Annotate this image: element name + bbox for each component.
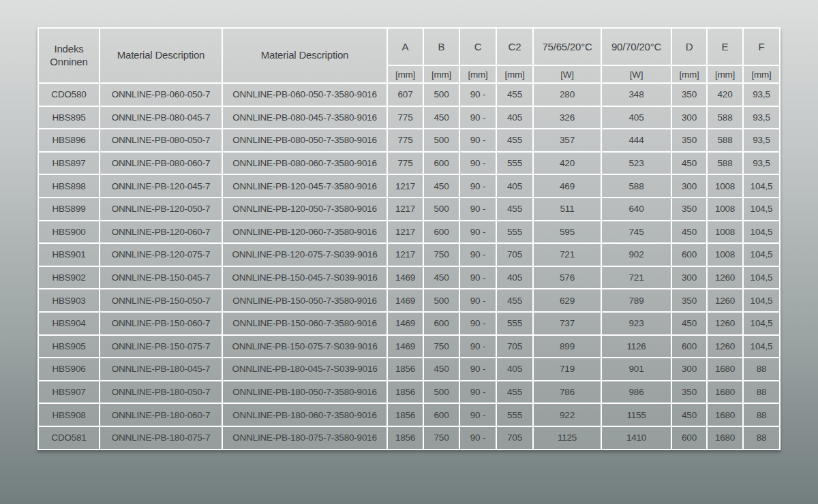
table-row: HBS897ONNLINE-PB-080-060-7ONNLINE-PB-080… [38, 152, 780, 175]
cell-dim-a: 1469 [387, 289, 423, 312]
cell-dim-e: 588 [707, 106, 743, 129]
cell-dim-d: 300 [671, 358, 707, 381]
cell-indeks: HBS895 [38, 106, 100, 129]
cell-dim-c: 90 - [459, 358, 496, 381]
cell-dim-a: 1469 [387, 266, 423, 289]
table-row: HBS908ONNLINE-PB-180-060-7ONNLINE-PB-180… [38, 403, 780, 426]
cell-indeks: HBS898 [38, 174, 100, 198]
cell-power-75-65-20: 357 [533, 129, 601, 152]
cell-material-full: ONNLINE-PB-120-075-7-S039-9016 [222, 243, 387, 266]
cell-dim-e: 1680 [707, 381, 743, 404]
cell-indeks: HBS899 [38, 198, 100, 221]
cell-dim-d: 450 [671, 312, 707, 335]
cell-power-75-65-20: 721 [533, 243, 601, 266]
col-header-f: F [743, 28, 780, 65]
cell-power-90-70-20: 640 [601, 198, 671, 221]
cell-dim-f: 104,5 [743, 243, 780, 266]
cell-dim-e: 1008 [707, 198, 743, 221]
cell-power-75-65-20: 280 [533, 83, 601, 106]
cell-dim-e: 1008 [707, 221, 743, 244]
cell-dim-a: 1856 [387, 426, 423, 450]
cell-dim-b: 600 [423, 403, 459, 426]
cell-power-90-70-20: 789 [601, 289, 671, 312]
cell-dim-c: 90 - [459, 152, 496, 175]
cell-dim-e: 1260 [707, 335, 743, 358]
cell-dim-c2: 705 [496, 335, 533, 358]
cell-dim-f: 88 [743, 381, 780, 404]
cell-dim-c2: 455 [496, 289, 533, 312]
cell-dim-d: 350 [671, 289, 707, 312]
cell-indeks: HBS904 [38, 312, 100, 335]
cell-dim-a: 1856 [387, 403, 423, 426]
cell-material-full: ONNLINE-PB-080-050-7-3580-9016 [222, 129, 387, 152]
cell-material-full: ONNLINE-PB-080-045-7-3580-9016 [222, 106, 387, 129]
cell-material-short: ONNLINE-PB-120-045-7 [100, 174, 222, 198]
unit-a: [mm] [387, 65, 423, 83]
cell-dim-d: 350 [671, 83, 707, 106]
cell-power-90-70-20: 444 [601, 129, 671, 152]
cell-dim-c: 90 - [459, 129, 496, 152]
cell-dim-b: 500 [423, 289, 459, 312]
cell-dim-e: 420 [707, 83, 743, 106]
cell-dim-c: 90 - [459, 289, 496, 312]
cell-dim-c2: 455 [496, 381, 533, 404]
cell-dim-f: 104,5 [743, 289, 780, 312]
cell-power-90-70-20: 405 [601, 106, 671, 129]
cell-dim-e: 588 [707, 129, 743, 152]
cell-dim-b: 500 [423, 198, 459, 221]
cell-dim-a: 1217 [387, 221, 423, 244]
table-row: HBS895ONNLINE-PB-080-045-7ONNLINE-PB-080… [38, 106, 780, 129]
unit-f: [mm] [743, 65, 780, 83]
cell-dim-c2: 555 [496, 221, 533, 244]
cell-dim-d: 450 [671, 221, 707, 244]
cell-power-75-65-20: 719 [533, 358, 601, 381]
cell-dim-c: 90 - [459, 106, 496, 129]
cell-dim-c2: 455 [496, 129, 533, 152]
cell-dim-f: 104,5 [743, 221, 780, 244]
cell-dim-c: 90 - [459, 426, 496, 450]
cell-material-full: ONNLINE-PB-180-050-7-3580-9016 [222, 381, 387, 404]
cell-power-75-65-20: 786 [533, 381, 601, 404]
table-row: HBS905ONNLINE-PB-150-075-7ONNLINE-PB-150… [38, 335, 780, 358]
cell-dim-d: 300 [671, 106, 707, 129]
col-header-a: A [387, 28, 423, 65]
cell-power-90-70-20: 523 [601, 152, 671, 175]
col-header-c2: C2 [496, 28, 533, 65]
cell-dim-c: 90 - [459, 198, 496, 221]
cell-material-short: ONNLINE-PB-150-045-7 [100, 266, 222, 289]
cell-dim-d: 450 [671, 403, 707, 426]
cell-material-full: ONNLINE-PB-180-060-7-3580-9016 [222, 403, 387, 426]
unit-c: [mm] [459, 65, 496, 83]
table-row: CDO580ONNLINE-PB-060-050-7ONNLINE-PB-060… [38, 83, 780, 106]
cell-power-90-70-20: 745 [601, 221, 671, 244]
cell-power-75-65-20: 922 [533, 403, 601, 426]
cell-dim-d: 350 [671, 129, 707, 152]
cell-dim-c: 90 - [459, 266, 496, 289]
cell-dim-e: 1008 [707, 174, 743, 198]
cell-dim-a: 775 [387, 106, 423, 129]
cell-dim-b: 600 [423, 152, 459, 175]
cell-material-full: ONNLINE-PB-080-060-7-3580-9016 [222, 152, 387, 175]
cell-power-90-70-20: 1126 [601, 335, 671, 358]
cell-dim-b: 450 [423, 358, 459, 381]
cell-dim-f: 104,5 [743, 266, 780, 289]
cell-material-short: ONNLINE-PB-080-060-7 [100, 152, 222, 175]
cell-dim-d: 350 [671, 198, 707, 221]
cell-dim-f: 104,5 [743, 174, 780, 198]
header-row-labels: Indeks Onninen Material Description Mate… [38, 28, 780, 65]
table-row: HBS902ONNLINE-PB-150-045-7ONNLINE-PB-150… [38, 266, 780, 289]
cell-material-full: ONNLINE-PB-180-045-7-S039-9016 [222, 358, 387, 381]
cell-power-75-65-20: 629 [533, 289, 601, 312]
cell-dim-f: 104,5 [743, 312, 780, 335]
cell-dim-f: 93,5 [743, 83, 780, 106]
cell-power-90-70-20: 1155 [601, 403, 671, 426]
cell-power-75-65-20: 511 [533, 198, 601, 221]
cell-dim-b: 450 [423, 266, 459, 289]
unit-b: [mm] [423, 65, 459, 83]
cell-power-90-70-20: 1410 [601, 426, 671, 450]
cell-dim-f: 93,5 [743, 152, 780, 175]
cell-dim-b: 750 [423, 335, 459, 358]
cell-dim-c2: 555 [496, 312, 533, 335]
cell-dim-d: 350 [671, 381, 707, 404]
col-header-d: D [671, 28, 707, 65]
